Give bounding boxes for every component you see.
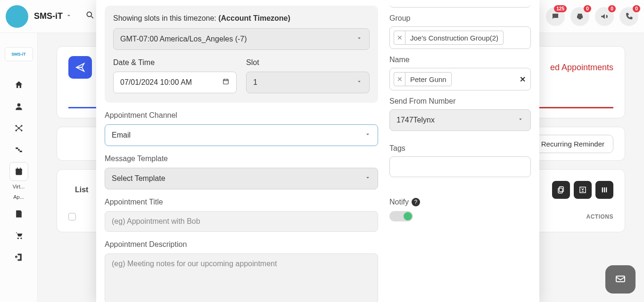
title-placeholder: (eg) Appointment with Bob (112, 217, 200, 226)
sidebar-logo[interactable]: SMS-iT (5, 47, 33, 61)
group-chip-label: Joe's Construction Group(2) (405, 32, 503, 44)
copy-icon[interactable] (552, 181, 570, 199)
svg-rect-17 (602, 188, 603, 193)
chevron-down-icon (356, 35, 363, 43)
sidebar: SMS-iT Virt... Ap... (0, 33, 38, 302)
svg-rect-19 (606, 188, 607, 193)
print-button[interactable]: 0 (570, 7, 589, 26)
help-icon[interactable]: ? (412, 198, 420, 206)
sidebar-label-appointments[interactable]: Ap... (5, 194, 33, 200)
timezone-box: Showing slots in this timezone: (Account… (105, 6, 378, 103)
home-icon[interactable] (9, 75, 28, 94)
svg-point-12 (17, 237, 18, 239)
template-label: Message Template (105, 155, 378, 163)
template-value: Select Template (112, 174, 165, 183)
chevron-down-icon (517, 116, 524, 124)
timezone-bold: (Account Timezone) (218, 14, 290, 22)
columns-icon[interactable] (595, 181, 613, 199)
tags-field[interactable] (389, 156, 531, 177)
notify-label: Notify (389, 198, 409, 206)
svg-point-13 (20, 237, 22, 239)
timezone-prefix: Showing slots in this timezone: (113, 14, 218, 22)
timezone-label: Showing slots in this timezone: (Account… (113, 14, 370, 23)
name-label: Name (389, 56, 531, 64)
chat-button[interactable]: 125 (546, 7, 565, 26)
title-label: Appointment Title (105, 198, 378, 206)
group-field[interactable]: ✕ Joe's Construction Group(2) (389, 26, 531, 49)
announce-button[interactable]: 0 (595, 7, 614, 26)
network-icon[interactable] (9, 119, 28, 138)
sendfrom-select[interactable]: 1747Telynx (389, 109, 531, 131)
sendfrom-value: 1747Telynx (396, 116, 435, 124)
svg-rect-11 (20, 168, 21, 170)
chat-fab[interactable] (605, 265, 636, 294)
chevron-down-icon (356, 78, 363, 87)
pipeline-icon[interactable] (9, 140, 28, 159)
tab-appointments-partial[interactable]: ed Appointments (550, 63, 613, 73)
title-input[interactable]: (eg) Appointment with Bob (105, 211, 378, 232)
datetime-label: Date & Time (113, 58, 237, 67)
actions-column-header: ACTIONS (586, 213, 614, 220)
remove-chip-icon[interactable]: ✕ (394, 31, 405, 44)
name-field[interactable]: ✕ Peter Gunn ✕ (389, 68, 531, 90)
channel-value: Email (112, 131, 131, 139)
calendar-icon[interactable] (9, 162, 28, 181)
desc-label: Appointment Description (105, 240, 378, 249)
name-chip: ✕ Peter Gunn (394, 72, 452, 86)
template-select[interactable]: Select Template (105, 168, 378, 189)
recurring-reminder-button[interactable]: Recurring Reminder (532, 135, 613, 153)
chevron-down-icon (364, 174, 371, 183)
slot-label: Slot (246, 58, 370, 67)
chevron-down-icon (364, 131, 371, 139)
appointment-modal: Showing slots in this timezone: (Account… (96, 0, 539, 302)
cart-icon[interactable] (9, 226, 28, 245)
notes-icon[interactable] (9, 204, 28, 223)
svg-rect-21 (616, 276, 625, 282)
select-all-checkbox[interactable] (68, 213, 76, 220)
timezone-select[interactable]: GMT-07:00 America/Los_Angeles (-7) (113, 28, 370, 50)
calendar-icon[interactable] (222, 78, 230, 87)
remove-chip-icon[interactable]: ✕ (394, 73, 405, 86)
toggle-knob (404, 212, 412, 220)
avatar[interactable] (6, 5, 28, 28)
sendfrom-label: Send From Number (389, 97, 531, 106)
svg-rect-20 (223, 79, 229, 84)
svg-rect-14 (559, 187, 563, 192)
desc-placeholder: (eg) Meeting notes for our upcoming appo… (112, 260, 277, 268)
desc-textarea[interactable]: (eg) Meeting notes for our upcoming appo… (105, 253, 378, 302)
svg-line-1 (91, 16, 93, 18)
slot-value: 1 (253, 78, 257, 87)
export-icon[interactable] (574, 181, 592, 199)
svg-point-0 (87, 12, 91, 16)
svg-rect-9 (16, 169, 22, 170)
timezone-value: GMT-07:00 America/Los_Angeles (-7) (120, 35, 247, 43)
svg-rect-18 (604, 188, 605, 193)
print-badge: 0 (584, 5, 591, 12)
list-view-label[interactable]: List (75, 186, 88, 194)
tags-label: Tags (389, 144, 531, 153)
phone-badge: 0 (633, 5, 640, 12)
phone-button[interactable]: 0 (619, 7, 638, 26)
svg-rect-10 (17, 168, 17, 170)
datetime-input[interactable]: 07/01/2024 10:00 AM (113, 72, 237, 93)
chevron-down-icon[interactable] (66, 12, 72, 20)
svg-rect-15 (558, 188, 562, 193)
red-tab-underline (528, 107, 613, 108)
clear-field-icon[interactable]: ✕ (520, 75, 526, 84)
logout-icon[interactable] (9, 248, 28, 267)
send-button[interactable] (68, 56, 92, 79)
prior-field-bottom (389, 0, 531, 8)
chat-badge: 125 (554, 5, 567, 12)
datetime-value: 07/01/2024 10:00 AM (120, 78, 192, 87)
search-icon[interactable] (85, 10, 95, 22)
notify-toggle[interactable] (389, 211, 413, 221)
group-chip: ✕ Joe's Construction Group(2) (394, 31, 504, 45)
channel-select[interactable]: Email (105, 124, 378, 146)
brand-name[interactable]: SMS-iT (34, 11, 63, 21)
user-icon[interactable] (9, 97, 28, 116)
slot-select[interactable]: 1 (246, 72, 370, 93)
announce-badge: 0 (608, 5, 616, 12)
sidebar-label-virtual[interactable]: Virt... (5, 184, 33, 189)
name-chip-label: Peter Gunn (405, 73, 451, 85)
group-label: Group (389, 14, 531, 23)
